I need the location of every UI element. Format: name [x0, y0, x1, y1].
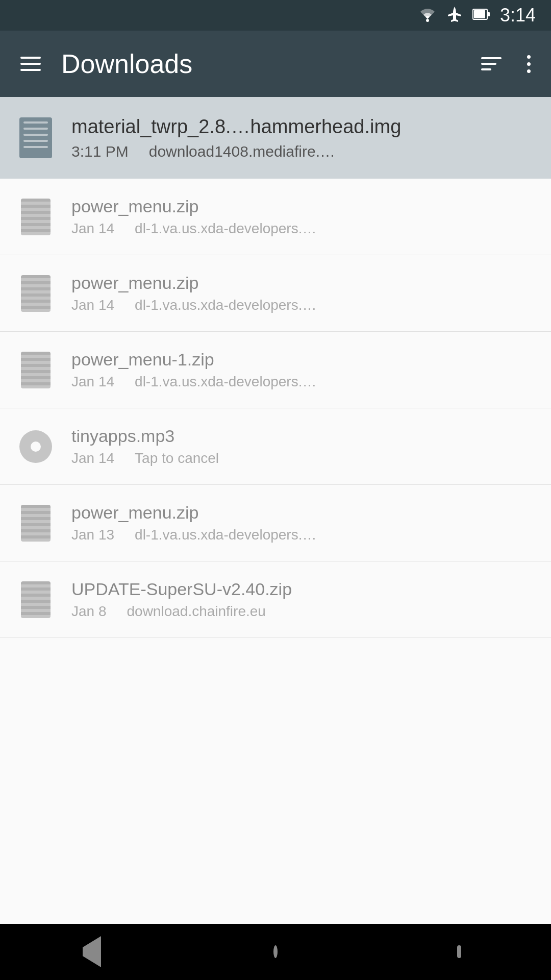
sort-button[interactable]	[476, 52, 507, 76]
zip-icon	[21, 352, 51, 388]
file-info: UPDATE-SuperSU-v2.40.zip Jan 8 download.…	[71, 579, 536, 620]
app-title: Downloads	[61, 48, 461, 79]
home-icon	[273, 947, 278, 957]
home-button[interactable]	[255, 932, 296, 972]
file-info: power_menu-1.zip Jan 14 dl-1.va.us.xda-d…	[71, 350, 536, 390]
svg-point-0	[426, 19, 429, 22]
file-name: power_menu.zip	[71, 197, 536, 216]
file-meta: Jan 8 download.chainfire.eu	[71, 603, 536, 620]
file-icon-wrap	[15, 273, 56, 314]
wifi-icon	[418, 7, 437, 24]
back-icon	[83, 947, 101, 957]
menu-button[interactable]	[15, 52, 46, 76]
featured-file-meta: 3:11 PM download1408.mediafire.…	[71, 143, 536, 160]
file-icon-wrap	[15, 426, 56, 467]
recents-icon	[457, 947, 461, 957]
zip-icon	[21, 199, 51, 235]
featured-time: 3:11 PM	[71, 143, 129, 160]
file-source: dl-1.va.us.xda-developers.…	[135, 527, 316, 543]
featured-file-icon	[15, 115, 56, 161]
overflow-icon	[527, 55, 531, 73]
file-source: dl-1.va.us.xda-developers.…	[135, 297, 316, 313]
battery-icon	[472, 7, 491, 23]
status-time: 3:14	[500, 5, 536, 26]
file-icon-wrap	[15, 579, 56, 620]
file-meta: Jan 13 dl-1.va.us.xda-developers.…	[71, 527, 536, 543]
svg-rect-3	[487, 12, 490, 16]
file-info: power_menu.zip Jan 14 dl-1.va.us.xda-dev…	[71, 197, 536, 237]
recents-button[interactable]	[439, 932, 480, 972]
back-button[interactable]	[71, 932, 112, 972]
download-list: power_menu.zip Jan 14 dl-1.va.us.xda-dev…	[0, 179, 551, 924]
file-date: Jan 14	[71, 220, 114, 237]
svg-rect-2	[474, 10, 485, 18]
file-meta: Jan 14 dl-1.va.us.xda-developers.…	[71, 220, 536, 237]
file-source: Tap to cancel	[135, 450, 219, 467]
sort-icon	[481, 57, 502, 70]
featured-info: material_twrp_2.8.…hammerhead.img 3:11 P…	[71, 116, 536, 160]
file-date: Jan 14	[71, 297, 114, 313]
list-item[interactable]: power_menu.zip Jan 13 dl-1.va.us.xda-dev…	[0, 485, 551, 561]
file-info: power_menu.zip Jan 14 dl-1.va.us.xda-dev…	[71, 273, 536, 313]
file-date: Jan 13	[71, 527, 114, 543]
file-name: tinyapps.mp3	[71, 426, 536, 446]
featured-file-name: material_twrp_2.8.…hammerhead.img	[71, 116, 536, 138]
file-date: Jan 14	[71, 374, 114, 390]
doc-icon	[19, 117, 52, 158]
status-icons: 3:14	[418, 5, 536, 26]
file-icon-wrap	[15, 350, 56, 390]
file-name: power_menu.zip	[71, 503, 536, 523]
file-name: power_menu.zip	[71, 273, 536, 293]
status-bar: 3:14	[0, 0, 551, 31]
file-source: download.chainfire.eu	[127, 603, 266, 620]
file-source: dl-1.va.us.xda-developers.…	[135, 220, 316, 237]
file-meta: Jan 14 dl-1.va.us.xda-developers.…	[71, 297, 536, 313]
file-source: dl-1.va.us.xda-developers.…	[135, 374, 316, 390]
airplane-icon	[446, 6, 463, 25]
list-item[interactable]: power_menu-1.zip Jan 14 dl-1.va.us.xda-d…	[0, 332, 551, 408]
file-name: power_menu-1.zip	[71, 350, 536, 370]
featured-source: download1408.mediafire.…	[149, 143, 335, 160]
audio-icon	[19, 430, 52, 463]
list-item[interactable]: power_menu.zip Jan 14 dl-1.va.us.xda-dev…	[0, 179, 551, 255]
overflow-button[interactable]	[522, 50, 536, 78]
file-icon-wrap	[15, 197, 56, 237]
file-info: power_menu.zip Jan 13 dl-1.va.us.xda-dev…	[71, 503, 536, 543]
list-item[interactable]: power_menu.zip Jan 14 dl-1.va.us.xda-dev…	[0, 255, 551, 332]
file-date: Jan 14	[71, 450, 114, 467]
featured-download-item[interactable]: material_twrp_2.8.…hammerhead.img 3:11 P…	[0, 97, 551, 179]
list-item[interactable]: tinyapps.mp3 Jan 14 Tap to cancel	[0, 408, 551, 485]
file-meta: Jan 14 Tap to cancel	[71, 450, 536, 467]
file-date: Jan 8	[71, 603, 107, 620]
app-bar-actions	[476, 50, 536, 78]
app-bar: Downloads	[0, 31, 551, 97]
file-name: UPDATE-SuperSU-v2.40.zip	[71, 579, 536, 599]
zip-icon	[21, 505, 51, 542]
list-item[interactable]: UPDATE-SuperSU-v2.40.zip Jan 8 download.…	[0, 561, 551, 638]
nav-bar	[0, 924, 551, 980]
file-icon-wrap	[15, 503, 56, 544]
zip-icon	[21, 275, 51, 312]
file-info: tinyapps.mp3 Jan 14 Tap to cancel	[71, 426, 536, 467]
zip-icon	[21, 581, 51, 618]
file-meta: Jan 14 dl-1.va.us.xda-developers.…	[71, 374, 536, 390]
